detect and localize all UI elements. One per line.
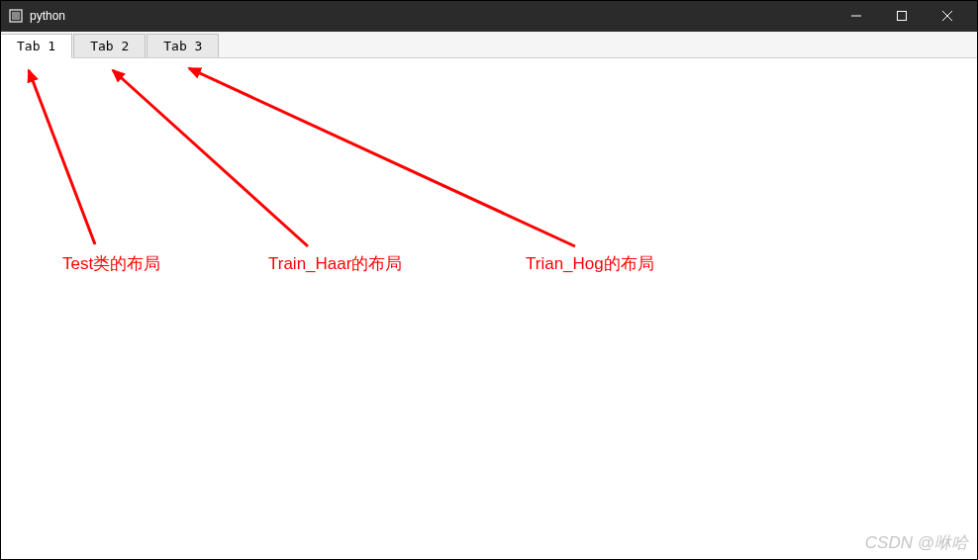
tab-3[interactable]: Tab 3 <box>147 34 219 57</box>
tab-widget: Tab 1 Tab 2 Tab 3 <box>0 32 978 58</box>
tab-content: Test类的布局 Train_Haar的布局 Trian_Hog的布局 <box>0 58 978 560</box>
svg-rect-1 <box>12 12 20 20</box>
tab-2[interactable]: Tab 2 <box>73 34 146 57</box>
window-titlebar: python <box>0 0 978 32</box>
arrow-3 <box>189 68 575 246</box>
arrow-overlay <box>1 58 978 560</box>
app-icon <box>8 8 24 24</box>
tab-1[interactable]: Tab 1 <box>0 34 72 58</box>
annotation-label-2: Train_Haar的布局 <box>268 252 402 275</box>
arrow-1 <box>29 70 95 244</box>
arrow-2 <box>113 70 308 246</box>
svg-rect-3 <box>898 12 907 21</box>
window-title: python <box>30 9 833 23</box>
close-button[interactable] <box>925 0 970 32</box>
watermark: CSDN @咻哈 <box>865 531 968 554</box>
window-controls <box>833 0 970 32</box>
annotation-label-1: Test类的布局 <box>62 252 160 275</box>
minimize-button[interactable] <box>833 0 879 32</box>
maximize-button[interactable] <box>879 0 925 32</box>
annotation-label-3: Trian_Hog的布局 <box>526 252 654 275</box>
